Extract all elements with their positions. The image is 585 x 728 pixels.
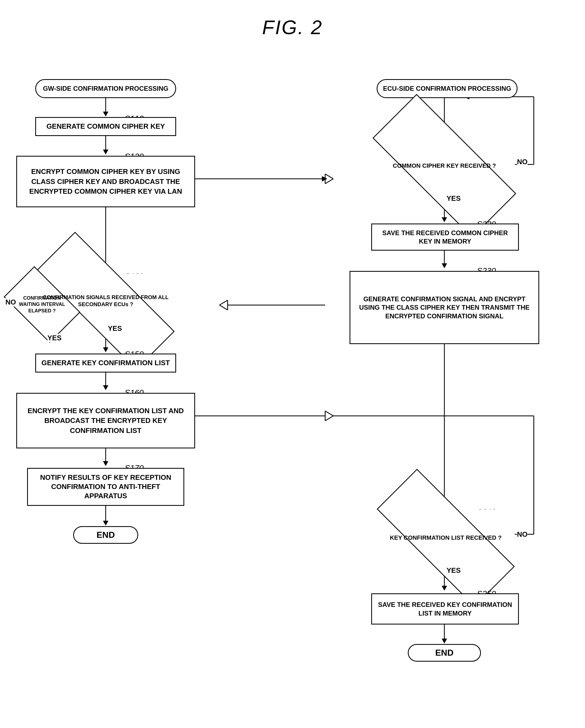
s230-box: GENERATE CONFIRMATION SIGNAL AND ENCRYPT… <box>350 271 539 344</box>
svg-marker-24 <box>442 263 447 268</box>
s240-diamond: KEY CONFIRMATION LIST RECEIVED ? <box>377 509 515 566</box>
s250-box: SAVE THE RECEIVED KEY CONFIRMATION LIST … <box>371 593 519 624</box>
s210-yes-label: YES <box>447 194 461 203</box>
s110-box: GENERATE COMMON CIPHER KEY <box>35 117 176 136</box>
gw-start-oval: GW-SIDE CONFIRMATION PROCESSING <box>35 79 176 98</box>
svg-line-34 <box>325 179 333 184</box>
s220-box: SAVE THE RECEIVED COMMON CIPHER KEY IN M… <box>371 224 519 251</box>
s150-box: GENERATE KEY CONFIRMATION LIST <box>35 354 176 372</box>
svg-marker-32 <box>322 176 327 182</box>
s170-box: NOTIFY RESULTS OF KEY RECEPTION CONFIRMA… <box>27 468 184 506</box>
s160-box: ENCRYPT THE KEY CONFIRMATION LIST AND BR… <box>16 393 195 448</box>
svg-marker-1 <box>103 112 108 116</box>
svg-marker-22 <box>442 217 447 222</box>
s120-box: ENCRYPT COMMON CIPHER KEY BY USING CLASS… <box>16 156 195 207</box>
svg-marker-13 <box>103 521 108 526</box>
svg-marker-3 <box>103 150 108 154</box>
svg-marker-11 <box>103 461 108 466</box>
s140-yes-label: YES <box>47 334 61 342</box>
svg-line-41 <box>325 411 333 416</box>
svg-marker-9 <box>103 385 108 390</box>
svg-marker-28 <box>442 586 447 591</box>
s140-diamond: CONFIRMATION WAITING INTERVAL ELAPSED ? <box>9 283 75 326</box>
svg-marker-30 <box>442 639 447 644</box>
end-gw-oval: END <box>73 526 138 544</box>
svg-marker-7 <box>103 347 108 352</box>
svg-line-33 <box>325 174 333 179</box>
svg-line-38 <box>220 305 228 310</box>
svg-line-42 <box>325 416 333 421</box>
s240-no-label: NO <box>517 530 528 539</box>
end-ecu-oval: END <box>408 644 481 661</box>
s130-yes-label: YES <box>108 324 122 333</box>
ecu-start-oval: ECU-SIDE CONFIRMATION PROCESSING <box>377 79 517 98</box>
s240-yes-label: YES <box>447 566 461 575</box>
s210-diamond: COMMON CIPHER KEY RECEIVED ? <box>374 135 515 197</box>
s210-no-label: NO <box>517 158 528 166</box>
flowchart: GW-SIDE CONFIRMATION PROCESSING ECU-SIDE… <box>0 49 585 728</box>
svg-line-37 <box>220 300 228 305</box>
page-title: FIG. 2 <box>0 0 585 49</box>
